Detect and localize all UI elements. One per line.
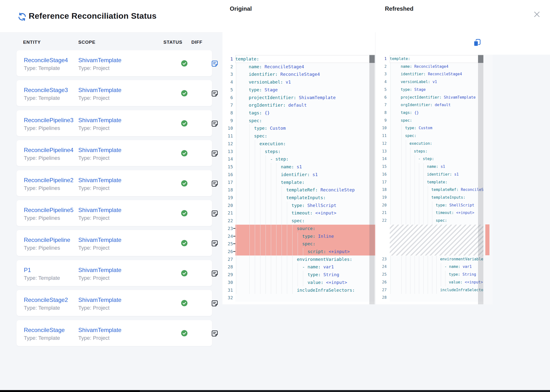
status-success-icon <box>181 150 187 156</box>
code-line: 9spec: <box>376 117 483 125</box>
code-line: 10type: Custom <box>222 124 375 132</box>
scope-link[interactable]: ShivamTemplate <box>78 236 121 244</box>
entity-link[interactable]: ReconcileStage3 <box>24 86 68 94</box>
original-scrollbar[interactable] <box>369 55 375 304</box>
table-row[interactable]: ReconcilePipeline5 Type: Pipelines Shiva… <box>17 200 212 226</box>
scope-link[interactable]: ShivamTemplate <box>78 266 121 274</box>
code-line: 30value: <+input> <box>222 279 375 286</box>
code-line: 2name: ReconcileStage4 <box>376 63 483 71</box>
code-line: 13steps: <box>222 148 375 155</box>
code-line: 7orgIdentifier: default <box>222 101 375 109</box>
code-line: 26value: <+input> <box>376 279 483 286</box>
code-line: 19templateInputs: <box>376 194 483 202</box>
entity-link[interactable]: ReconcilePipeline <box>24 236 70 244</box>
code-line: 18templateRef: ReconcileStep <box>376 186 483 194</box>
code-line: 17template: <box>222 179 375 186</box>
diff-icon[interactable] <box>211 60 218 67</box>
refreshed-scrollbar[interactable] <box>478 55 483 304</box>
reconcile-sync-icon <box>18 12 27 22</box>
code-line: 22spec: <box>376 217 483 225</box>
table-row[interactable]: P1 Type: Template ShivamTemplate Type: P… <box>17 260 212 286</box>
entity-link[interactable]: ReconcilePipeline4 <box>24 146 73 154</box>
original-editor[interactable]: 1template:2name: ReconcileStage43identif… <box>222 55 375 304</box>
table-row[interactable]: ReconcileStage3 Type: Template ShivamTem… <box>17 80 212 106</box>
scope-type: Type: Project <box>78 65 121 72</box>
code-line: 22spec: <box>222 217 375 225</box>
diff-icon[interactable] <box>211 210 218 217</box>
copy-icon[interactable] <box>473 38 481 47</box>
table-row[interactable]: ReconcilePipeline4 Type: Pipelines Shiva… <box>17 140 212 166</box>
scope-link[interactable]: ShivamTemplate <box>78 57 121 64</box>
table-row[interactable]: ReconcilePipeline Type: Pipelines Shivam… <box>17 230 212 256</box>
entity-link[interactable]: ReconcilePipeline5 <box>24 206 73 214</box>
scope-link[interactable]: ShivamTemplate <box>78 296 121 304</box>
table-row[interactable]: ReconcileStage4 Type: Template ShivamTem… <box>17 50 212 76</box>
diff-icon[interactable] <box>211 330 218 337</box>
diff-icon[interactable] <box>211 240 218 247</box>
panel-divider <box>375 32 375 304</box>
scope-type: Type: Project <box>78 125 121 132</box>
scope-type: Type: Project <box>78 275 121 281</box>
diff-icon[interactable] <box>211 180 218 187</box>
code-line: 4versionLabel: v1 <box>376 78 483 86</box>
entity-type: Type: Template <box>24 65 68 72</box>
code-line: 12execution: <box>222 140 375 148</box>
table-row[interactable]: ReconcilePipeline3 Type: Pipelines Shiva… <box>17 110 212 136</box>
scope-link[interactable]: ShivamTemplate <box>78 206 121 214</box>
scope-type: Type: Project <box>78 305 121 311</box>
code-line: 1template: <box>222 55 375 63</box>
entity-type: Type: Pipelines <box>24 155 73 162</box>
code-line: 11spec: <box>376 132 483 140</box>
diff-header-strip <box>222 32 550 55</box>
code-line: 9spec: <box>222 117 375 125</box>
status-success-icon <box>181 300 187 306</box>
code-line: 15name: s1 <box>222 163 375 171</box>
close-icon[interactable] <box>532 10 541 19</box>
scope-link[interactable]: ShivamTemplate <box>78 117 121 124</box>
code-line: 32 <box>222 294 375 302</box>
scope-type: Type: Project <box>78 185 121 192</box>
table-row[interactable]: ReconcileStage Type: Template ShivamTemp… <box>17 320 212 346</box>
status-success-icon <box>181 90 187 96</box>
code-line: 20type: ShellScript <box>222 202 375 209</box>
scope-link[interactable]: ShivamTemplate <box>78 86 121 94</box>
diff-icon[interactable] <box>211 90 218 97</box>
code-line: 13steps: <box>376 148 483 155</box>
code-line: 5type: Stage <box>222 86 375 94</box>
scope-type: Type: Project <box>78 95 121 102</box>
entity-type: Type: Template <box>24 305 68 311</box>
diff-icon[interactable] <box>211 120 218 127</box>
scope-link[interactable]: ShivamTemplate <box>78 146 121 154</box>
table-row[interactable]: ReconcilePipeline2 Type: Pipelines Shiva… <box>17 170 212 196</box>
code-line: 25type: String <box>376 271 483 279</box>
table-row[interactable]: ReconcileStage2 Type: Template ShivamTem… <box>17 290 212 316</box>
scope-link[interactable]: ShivamTemplate <box>78 326 121 334</box>
code-line: 18templateRef: ReconcileStep <box>222 186 375 194</box>
column-header-entity: ENTITY <box>23 40 41 45</box>
entity-link[interactable]: ReconcileStage4 <box>24 57 68 64</box>
code-line: 15name: s1 <box>376 163 483 171</box>
scope-type: Type: Project <box>78 245 121 251</box>
entity-type: Type: Pipelines <box>24 185 73 192</box>
status-success-icon <box>181 330 187 336</box>
diff-icon[interactable] <box>211 150 218 157</box>
code-line: 14- step: <box>376 155 483 163</box>
code-line: 28 <box>376 294 483 302</box>
entity-link[interactable]: ReconcileStage <box>24 326 65 334</box>
dialog-title: Reference Reconciliation Status <box>29 11 157 21</box>
code-line: 1template: <box>376 55 483 63</box>
refreshed-editor[interactable]: 1template:2name: ReconcileStage43identif… <box>376 55 493 304</box>
code-line: 10type: Custom <box>376 124 483 132</box>
scope-link[interactable]: ShivamTemplate <box>78 177 121 184</box>
code-line: 24type: Inline <box>222 232 375 240</box>
entity-type: Type: Pipelines <box>24 245 70 251</box>
entity-link[interactable]: ReconcilePipeline2 <box>24 177 73 184</box>
code-line: 28- name: var1 <box>222 263 375 271</box>
entity-link[interactable]: P1 <box>24 266 60 274</box>
entity-type: Type: Template <box>24 275 60 281</box>
code-line: 21timeout: <+input> <box>376 209 483 217</box>
entity-link[interactable]: ReconcilePipeline3 <box>24 117 73 124</box>
diff-icon[interactable] <box>211 270 218 277</box>
diff-icon[interactable] <box>211 300 218 307</box>
entity-link[interactable]: ReconcileStage2 <box>24 296 68 304</box>
